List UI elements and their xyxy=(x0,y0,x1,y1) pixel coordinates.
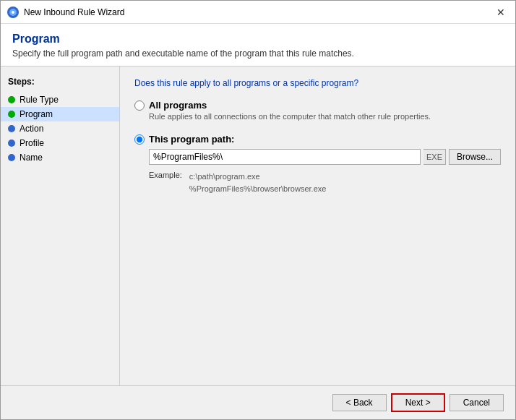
all-programs-desc: Rule applies to all connections on the c… xyxy=(149,112,501,121)
close-button[interactable]: ✕ xyxy=(492,4,509,21)
dot-icon-profile xyxy=(8,140,15,147)
question-text: Does this rule apply to all programs or … xyxy=(134,78,501,88)
cancel-button[interactable]: Cancel xyxy=(450,394,504,411)
example-paths: c:\path\program.exe%ProgramFiles%\browse… xyxy=(189,171,327,194)
sidebar-item-program[interactable]: Program xyxy=(1,107,119,121)
wizard-window: New Inbound Rule Wizard ✕ Program Specif… xyxy=(0,0,516,420)
main-panel: Does this rule apply to all programs or … xyxy=(120,67,515,385)
sidebar-label-rule-type: Rule Type xyxy=(20,95,59,105)
sidebar-item-profile[interactable]: Profile xyxy=(1,136,119,150)
page-description: Specify the full program path and execut… xyxy=(12,48,504,59)
sidebar-label-program: Program xyxy=(20,109,53,119)
window-title: New Inbound Rule Wizard xyxy=(24,7,492,17)
example-label: Example: xyxy=(149,171,182,194)
content-area: Steps: Rule Type Program Action Profile … xyxy=(1,67,515,385)
dot-icon-name xyxy=(8,154,15,161)
sidebar-item-rule-type[interactable]: Rule Type xyxy=(1,93,119,107)
window-icon xyxy=(7,6,20,19)
this-program-row: This program path: xyxy=(134,134,501,145)
sidebar-item-action[interactable]: Action xyxy=(1,121,119,136)
this-program-option: This program path: EXE Browse... Example… xyxy=(134,134,501,194)
dot-icon-rule-type xyxy=(8,96,15,103)
sidebar: Steps: Rule Type Program Action Profile … xyxy=(1,67,120,385)
browse-button[interactable]: Browse... xyxy=(449,149,501,165)
wizard-footer: < Back Next > Cancel xyxy=(1,385,515,419)
svg-point-2 xyxy=(12,11,14,14)
exe-suffix-label: EXE xyxy=(423,149,446,165)
this-program-label: This program path: xyxy=(149,134,234,145)
all-programs-row: All programs xyxy=(134,100,501,111)
all-programs-option: All programs Rule applies to all connect… xyxy=(134,100,501,121)
dot-icon-action xyxy=(8,125,15,132)
this-program-radio[interactable] xyxy=(134,134,145,145)
radio-group: All programs Rule applies to all connect… xyxy=(134,100,501,194)
next-button[interactable]: Next > xyxy=(391,393,445,412)
sidebar-label-action: Action xyxy=(20,124,43,134)
all-programs-label: All programs xyxy=(149,100,207,111)
wizard-header: Program Specify the full program path an… xyxy=(1,24,515,67)
dot-icon-program xyxy=(8,111,15,118)
steps-label: Steps: xyxy=(1,74,119,93)
sidebar-label-name: Name xyxy=(20,153,43,163)
sidebar-label-profile: Profile xyxy=(20,138,44,148)
sidebar-item-name[interactable]: Name xyxy=(1,150,119,165)
example-row: Example: c:\path\program.exe%ProgramFile… xyxy=(149,171,501,194)
back-button[interactable]: < Back xyxy=(332,394,387,411)
page-title: Program xyxy=(12,33,504,46)
all-programs-radio[interactable] xyxy=(134,100,145,111)
program-path-input[interactable] xyxy=(149,149,421,165)
program-path-row: EXE Browse... xyxy=(149,149,501,165)
titlebar: New Inbound Rule Wizard ✕ xyxy=(1,1,515,24)
